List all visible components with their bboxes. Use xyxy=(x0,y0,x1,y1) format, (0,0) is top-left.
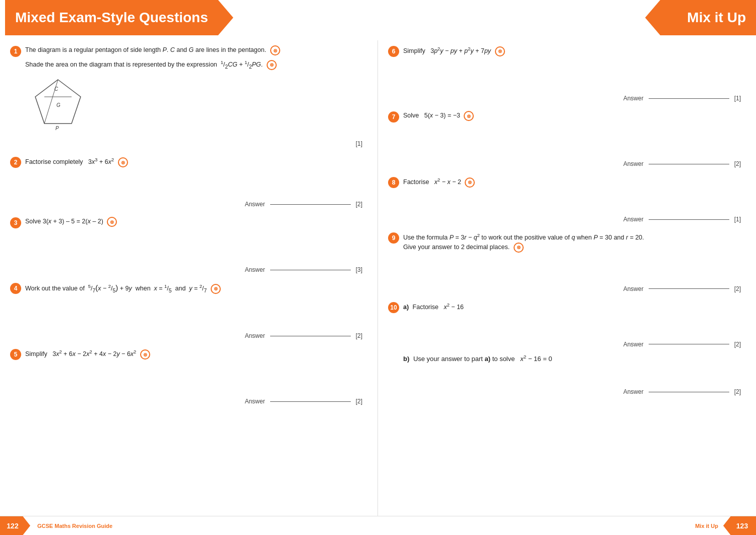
mixit-up-title: Mix it Up xyxy=(687,10,746,26)
q2-text: Factorise completely 3x3 + 6x2 ⊗ xyxy=(25,156,367,167)
q6-number: 6 xyxy=(388,46,399,57)
question-5: 5 Simplify 3x2 + 6x − 2x2 + 4x − 2y − 6x… xyxy=(10,348,367,405)
footer-mixit-label: Mix it Up xyxy=(695,523,718,529)
question-8: 8 Factorise x2 − x − 2 ⊗ Answer [1] xyxy=(388,176,746,223)
q2-number: 2 xyxy=(10,157,21,168)
q2-answer-line: Answer [2] xyxy=(10,201,362,208)
q3-text: Solve 3(x + 3) – 5 = 2(x – 2) ⊗ xyxy=(25,217,367,227)
q4-text: Work out the value of 5/7(x − 2/5) + 9y … xyxy=(25,282,367,294)
question-6: 6 Simplify 3p2y − py + p2y + 7py ⊗ Answe… xyxy=(388,45,746,102)
q9-mark: [2] xyxy=(734,285,741,292)
q7-answer-line: Answer [2] xyxy=(388,160,741,167)
question-9: 9 Use the formula P = 3r − q2 to work ou… xyxy=(388,232,746,292)
footer-page-right: 123 xyxy=(731,522,748,530)
q1-text: The diagram is a regular pentagon of sid… xyxy=(25,45,367,55)
q10a-mark: [2] xyxy=(734,341,741,348)
footer-page-right-bg: 123 xyxy=(723,516,756,536)
left-column: 1 The diagram is a regular pentagon of s… xyxy=(0,40,378,516)
q3-mark: [3] xyxy=(356,266,362,273)
q6-mark: [1] xyxy=(734,95,741,102)
footer-book-title: GCSE Maths Revision Guide xyxy=(37,523,112,529)
footer-page-left: 122 xyxy=(7,522,23,530)
q6-help-icon[interactable]: ⊗ xyxy=(495,46,505,56)
q8-help-icon[interactable]: ⊗ xyxy=(465,177,475,188)
q5-help-icon[interactable]: ⊗ xyxy=(140,349,150,360)
q5-answer-line: Answer [2] xyxy=(10,398,362,405)
q8-text: Factorise x2 − x − 2 ⊗ xyxy=(403,176,746,188)
q1-diagram: C G P xyxy=(30,76,367,135)
q6-text: Simplify 3p2y − py + p2y + 7py ⊗ xyxy=(403,45,746,56)
svg-text:P: P xyxy=(55,126,59,131)
question-3: 3 Solve 3(x + 3) – 5 = 2(x – 2) ⊗ Answer… xyxy=(10,217,367,273)
q9-answer-line: Answer [2] xyxy=(388,285,741,292)
q9-text: Use the formula P = 3r − q2 to work out … xyxy=(403,232,746,253)
q10b-text: b) Use your answer to part a) to solve x… xyxy=(388,354,746,363)
q5-number: 5 xyxy=(10,349,21,360)
header-mixit-banner: Mix it Up xyxy=(645,0,756,35)
question-1: 1 The diagram is a regular pentagon of s… xyxy=(10,45,367,147)
q9-help-icon[interactable]: ⊗ xyxy=(514,243,524,253)
q4-mark: [2] xyxy=(356,332,362,339)
q5-mark: [2] xyxy=(356,398,362,405)
q3-answer-line: Answer [3] xyxy=(10,266,362,273)
q1-number: 1 xyxy=(10,46,21,57)
q7-text: Solve 5(x − 3) = −3 ⊗ xyxy=(403,111,746,121)
q10a-answer-line: Answer [2] xyxy=(388,341,741,348)
q9-number: 9 xyxy=(388,232,399,244)
q3-help-icon[interactable]: ⊗ xyxy=(107,217,117,227)
q7-mark: [2] xyxy=(734,160,741,167)
main-content: 1 The diagram is a regular pentagon of s… xyxy=(0,35,756,516)
q8-number: 8 xyxy=(388,177,399,188)
question-7: 7 Solve 5(x − 3) = −3 ⊗ Answer [2] xyxy=(388,111,746,167)
page-footer: 122 GCSE Maths Revision Guide Mix it Up … xyxy=(0,516,756,535)
page-header: Mixed Exam-Style Questions Mix it Up xyxy=(0,0,756,35)
q10b-mark: [2] xyxy=(734,388,741,395)
q8-mark: [1] xyxy=(734,216,741,223)
page-title: Mixed Exam-Style Questions xyxy=(15,10,208,26)
q1-help-icon[interactable]: ⊗ xyxy=(270,45,280,55)
q10-number: 10 xyxy=(388,302,399,313)
q6-answer-line: Answer [1] xyxy=(388,95,741,102)
right-column: 6 Simplify 3p2y − py + p2y + 7py ⊗ Answe… xyxy=(378,40,756,516)
q10b-answer-line: Answer [2] xyxy=(388,388,741,395)
q5-text: Simplify 3x2 + 6x − 2x2 + 4x − 2y − 6x2 … xyxy=(25,348,367,360)
q1-sub-help-icon[interactable]: ⊗ xyxy=(267,60,277,70)
header-left: Mixed Exam-Style Questions xyxy=(0,0,645,35)
q8-answer-line: Answer [1] xyxy=(388,216,741,223)
q7-number: 7 xyxy=(388,111,399,123)
q1-subtext: Shade the area on the diagram that is re… xyxy=(25,59,367,71)
footer-left: 122 GCSE Maths Revision Guide xyxy=(0,516,112,536)
q4-number: 4 xyxy=(10,283,21,294)
question-4: 4 Work out the value of 5/7(x − 2/5) + 9… xyxy=(10,282,367,339)
q2-mark: [2] xyxy=(356,201,362,208)
q7-help-icon[interactable]: ⊗ xyxy=(464,111,474,121)
question-10: 10 a) Factorise x2 − 16 Answer [2] b) Us… xyxy=(388,302,746,395)
q1-mark: [1] xyxy=(356,140,362,147)
q4-help-icon[interactable]: ⊗ xyxy=(211,284,221,294)
q4-answer-line: Answer [2] xyxy=(10,332,362,339)
q10-text: a) Factorise x2 − 16 xyxy=(403,302,746,312)
q2-help-icon[interactable]: ⊗ xyxy=(118,157,128,167)
q3-number: 3 xyxy=(10,217,21,228)
footer-right: Mix it Up 123 xyxy=(695,516,756,536)
svg-text:C: C xyxy=(54,86,58,92)
footer-page-left-bg: 122 xyxy=(0,516,30,536)
svg-text:G: G xyxy=(56,102,60,108)
question-2: 2 Factorise completely 3x3 + 6x2 ⊗ Answe… xyxy=(10,156,367,208)
